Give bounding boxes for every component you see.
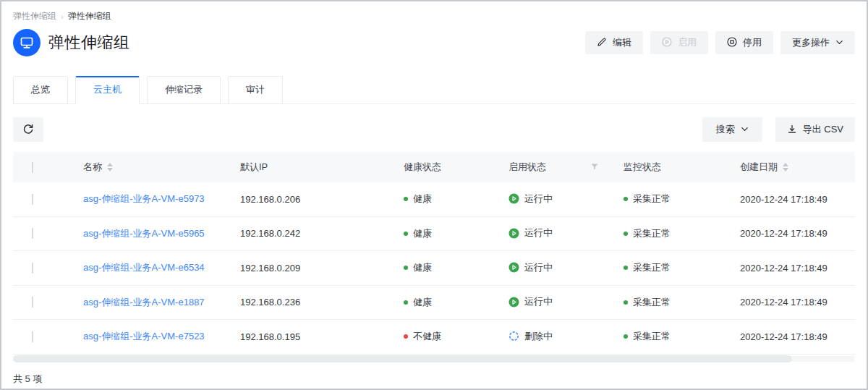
table-toolbar: 搜索 导出 CSV: [13, 117, 855, 142]
vm-name-link[interactable]: asg-伸缩组-业务A-VM-e5973: [83, 193, 205, 204]
enable-status: 运行中: [509, 261, 553, 274]
enable-status: 运行中: [509, 192, 553, 205]
enable-button-label: 启用: [678, 36, 697, 49]
row-checkbox[interactable]: [32, 331, 33, 342]
enable-status: 运行中: [509, 295, 553, 308]
column-header-name-label: 名称: [83, 161, 102, 174]
disable-button-label: 停用: [743, 36, 762, 49]
more-actions-button[interactable]: 更多操作: [780, 31, 855, 54]
monitor-icon: [13, 29, 41, 56]
green-dot-icon: [404, 197, 408, 201]
monitor-status: 采集正常: [624, 296, 671, 309]
enable-status: 删除中: [509, 330, 553, 343]
vm-ip: 192.168.0.209: [227, 263, 391, 274]
play-circle-icon: [662, 37, 672, 49]
deleting-spinner-icon: [509, 331, 519, 342]
vm-ip: 192.168.0.195: [227, 331, 391, 342]
monitor-status: 采集正常: [624, 330, 671, 343]
monitor-status: 采集正常: [624, 261, 671, 274]
vm-table: 名称 默认IP 健康状态 启用状态 监控状态 创建日期: [13, 152, 855, 363]
column-header-enable-status-label: 启用状态: [509, 161, 546, 174]
table-row: asg-伸缩组-业务A-VM-e5973 192.168.0.206 健康 运行…: [13, 182, 855, 217]
more-actions-button-label: 更多操作: [792, 36, 830, 49]
column-header-monitor-status: 监控状态: [610, 161, 727, 174]
disable-button[interactable]: 停用: [715, 31, 773, 54]
row-checkbox[interactable]: [32, 297, 33, 308]
tab-cloud-hosts[interactable]: 云主机: [75, 76, 140, 104]
row-checkbox[interactable]: [32, 263, 33, 274]
asg-detail-page: 弹性伸缩组 › 弹性伸缩组 弹性伸缩组 编辑: [1, 10, 867, 386]
vm-name-link[interactable]: asg-伸缩组-业务A-VM-e5965: [83, 228, 205, 239]
table-row: asg-伸缩组-业务A-VM-e7523 192.168.0.195 不健康 删…: [13, 320, 855, 355]
breadcrumb-separator: ›: [61, 12, 64, 21]
vm-name-link[interactable]: asg-伸缩组-业务A-VM-e6534: [83, 262, 205, 273]
tab-overview[interactable]: 总览: [13, 76, 68, 104]
sort-icon: [107, 163, 113, 171]
health-status: 健康: [404, 296, 432, 309]
table-row: asg-伸缩组-业务A-VM-e6534 192.168.0.209 健康 运行…: [13, 251, 855, 286]
green-dot-icon: [404, 300, 408, 305]
tab-audit[interactable]: 审计: [228, 76, 283, 104]
table-row: asg-伸缩组-业务A-VM-e5965 192.168.0.242 健康 运行…: [13, 217, 855, 252]
created-date: 2020-12-24 17:18:49: [727, 297, 855, 308]
green-dot-icon: [624, 197, 628, 201]
select-all-checkbox[interactable]: [32, 162, 33, 173]
filter-funnel-icon[interactable]: [590, 162, 599, 173]
search-button-label: 搜索: [716, 123, 735, 136]
running-play-icon: [509, 262, 519, 273]
column-header-created-date-label: 创建日期: [740, 161, 778, 174]
pencil-icon: [597, 37, 607, 49]
vm-name-link[interactable]: asg-伸缩组-业务A-VM-e7523: [83, 331, 205, 342]
tabbar: 总览 云主机 伸缩记录 审计: [13, 76, 855, 104]
page-header: 弹性伸缩组 编辑 启用: [13, 29, 855, 56]
edit-button[interactable]: 编辑: [585, 31, 643, 54]
chevron-down-icon: [835, 38, 843, 48]
green-dot-icon: [624, 300, 628, 305]
vm-ip: 192.168.0.206: [227, 194, 391, 205]
row-checkbox[interactable]: [32, 194, 33, 205]
column-header-enable-status: 启用状态: [495, 161, 610, 174]
green-dot-icon: [624, 266, 628, 270]
chevron-down-icon: [741, 124, 749, 135]
running-play-icon: [509, 193, 519, 204]
breadcrumb-item-parent[interactable]: 弹性伸缩组: [13, 10, 56, 22]
header-actions: 编辑 启用 停用: [585, 31, 855, 54]
search-button[interactable]: 搜索: [702, 117, 762, 142]
vm-ip: 192.168.0.236: [227, 297, 391, 308]
monitor-status: 采集正常: [624, 227, 671, 240]
scrollbar-thumb[interactable]: [13, 355, 792, 363]
green-dot-icon: [404, 266, 408, 270]
table-total-count: 共 5 项: [13, 373, 855, 386]
horizontal-scrollbar: [13, 355, 855, 363]
export-csv-button[interactable]: 导出 CSV: [775, 117, 855, 142]
created-date: 2020-12-24 17:18:49: [727, 331, 855, 342]
enable-status: 运行中: [509, 226, 553, 239]
column-header-created-date[interactable]: 创建日期: [727, 161, 855, 174]
breadcrumb-item-current: 弹性伸缩组: [68, 10, 111, 22]
running-play-icon: [509, 228, 519, 239]
table-row: asg-伸缩组-业务A-VM-e1887 192.168.0.236 健康 运行…: [13, 286, 855, 321]
tab-scaling-records[interactable]: 伸缩记录: [147, 76, 221, 104]
page-title: 弹性伸缩组: [48, 32, 130, 54]
stop-circle-icon: [727, 37, 737, 49]
created-date: 2020-12-24 17:18:49: [727, 194, 855, 205]
enable-button: 启用: [650, 31, 708, 54]
table-header-row: 名称 默认IP 健康状态 启用状态 监控状态 创建日期: [13, 152, 855, 182]
created-date: 2020-12-24 17:18:49: [727, 263, 855, 274]
created-date: 2020-12-24 17:18:49: [727, 228, 855, 239]
vm-name-link[interactable]: asg-伸缩组-业务A-VM-e1887: [83, 297, 205, 308]
column-header-default-ip: 默认IP: [227, 161, 391, 174]
refresh-button[interactable]: [13, 117, 43, 142]
download-icon: [787, 124, 797, 136]
row-checkbox[interactable]: [32, 228, 33, 239]
refresh-icon: [22, 123, 34, 137]
health-status: 健康: [404, 227, 432, 240]
health-status: 健康: [404, 261, 432, 274]
green-dot-icon: [624, 232, 628, 236]
health-status: 健康: [404, 192, 432, 205]
red-dot-icon: [404, 334, 408, 339]
column-header-name[interactable]: 名称: [70, 161, 227, 174]
breadcrumb: 弹性伸缩组 › 弹性伸缩组: [13, 10, 855, 22]
green-dot-icon: [624, 334, 628, 339]
green-dot-icon: [404, 232, 408, 236]
